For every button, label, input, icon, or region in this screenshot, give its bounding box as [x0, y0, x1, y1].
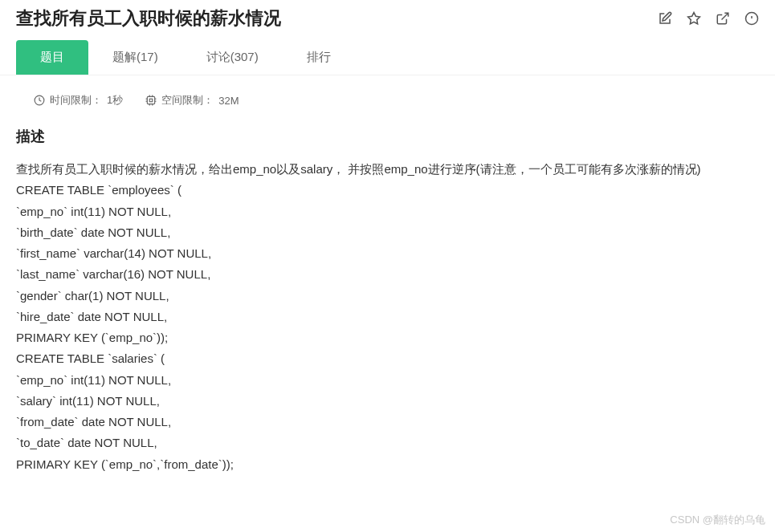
time-limit-value: 1秒	[107, 93, 123, 108]
svg-rect-7	[149, 99, 153, 102]
sql-line: `birth_date` date NOT NULL,	[16, 222, 759, 243]
description-body: 查找所有员工入职时候的薪水情况，给出emp_no以及salary， 并按照emp…	[16, 159, 759, 475]
content: 描述 查找所有员工入职时候的薪水情况，给出emp_no以及salary， 并按照…	[0, 119, 775, 491]
clock-icon	[34, 95, 45, 106]
time-limit-label: 时间限制：	[50, 93, 102, 108]
info-icon[interactable]	[744, 11, 759, 26]
tab-discuss[interactable]: 讨论(307)	[182, 40, 283, 75]
share-icon[interactable]	[716, 11, 730, 26]
time-limit: 时间限制： 1秒	[34, 93, 123, 108]
header: 查找所有员工入职时候的薪水情况	[0, 0, 775, 40]
space-limit: 空间限制： 32M	[145, 93, 239, 108]
memory-icon	[145, 95, 157, 106]
tab-solution[interactable]: 题解(17)	[88, 40, 182, 75]
sql-line: `hire_date` date NOT NULL,	[16, 307, 759, 327]
sql-line: PRIMARY KEY (`emp_no`,`from_date`));	[16, 454, 759, 475]
edit-icon[interactable]	[658, 11, 672, 26]
sql-line: `emp_no` int(11) NOT NULL,	[16, 370, 759, 391]
sql-line: `emp_no` int(11) NOT NULL,	[16, 201, 759, 222]
space-limit-value: 32M	[218, 95, 239, 107]
sql-line: `salary` int(11) NOT NULL,	[16, 391, 759, 412]
sql-line: CREATE TABLE `employees` (	[16, 180, 759, 201]
svg-rect-6	[148, 96, 155, 104]
limits-bar: 时间限制： 1秒 空间限制： 32M	[0, 79, 775, 119]
star-icon[interactable]	[687, 11, 701, 26]
header-actions	[658, 11, 759, 26]
sql-line: CREATE TABLE `salaries` (	[16, 348, 759, 369]
sql-line: `first_name` varchar(14) NOT NULL,	[16, 243, 759, 264]
description-intro: 查找所有员工入职时候的薪水情况，给出emp_no以及salary， 并按照emp…	[16, 159, 759, 180]
sql-line: `from_date` date NOT NULL,	[16, 412, 759, 433]
sql-line: `gender` char(1) NOT NULL,	[16, 286, 759, 307]
tab-rank[interactable]: 排行	[283, 40, 355, 75]
tabs: 题目 题解(17) 讨论(307) 排行	[0, 40, 775, 75]
watermark: CSDN @翻转的乌龟	[670, 513, 765, 527]
space-limit-label: 空间限制：	[161, 93, 214, 108]
sql-line: `to_date` date NOT NULL,	[16, 433, 759, 453]
sql-line: `last_name` varchar(16) NOT NULL,	[16, 264, 759, 285]
description-heading: 描述	[16, 127, 759, 146]
sql-line: PRIMARY KEY (`emp_no`));	[16, 327, 759, 348]
page-title: 查找所有员工入职时候的薪水情况	[16, 6, 281, 30]
svg-marker-0	[688, 13, 700, 24]
tab-problem[interactable]: 题目	[16, 40, 88, 75]
svg-line-1	[722, 13, 728, 19]
